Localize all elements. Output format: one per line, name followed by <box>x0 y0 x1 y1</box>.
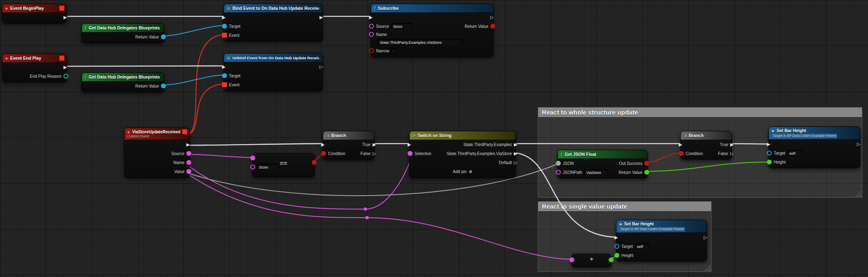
delegate-pin[interactable] <box>59 56 64 61</box>
node-branch-2[interactable]: ⇉ Branch ▶ True ▶ Condition False ▷ <box>680 131 732 160</box>
exec-out-pin[interactable]: ▷ <box>704 235 707 240</box>
false-exec-pin[interactable]: ▷ <box>730 151 734 156</box>
node-get-data-hub-delegates-2[interactable]: ƒ Get Data Hub Delegates Blueprints Retu… <box>82 72 164 92</box>
switch-icon: ⇄ <box>412 133 415 138</box>
delegate-pin[interactable] <box>182 129 187 134</box>
exec-in-pin[interactable]: ▶ <box>321 142 324 147</box>
source-value-input[interactable] <box>391 23 412 30</box>
pin-label-end-play-reason: End Play Reason <box>30 74 61 79</box>
selection-pin[interactable] <box>408 151 412 156</box>
case-label-1: State.ThirdParty.Examples <box>463 142 512 147</box>
function-icon: ƒ <box>374 6 376 11</box>
exec-in-pin[interactable]: ▶ <box>408 142 411 147</box>
narrow-checkbox[interactable] <box>391 48 397 54</box>
node-title-bar: ƒ Get Data Hub Delegates Blueprints <box>82 73 164 81</box>
exec-out-pin[interactable]: ▶ <box>63 15 67 20</box>
name-value-input[interactable] <box>378 39 462 46</box>
end-play-reason-pin[interactable] <box>63 74 68 79</box>
exec-out-pin[interactable]: ▶ <box>63 65 67 70</box>
node-get-data-hub-delegates-1[interactable]: ƒ Get Data Hub Delegates Blueprints Retu… <box>82 23 164 43</box>
delegate-pin[interactable] <box>59 6 64 11</box>
exec-out-pin[interactable]: ▷ <box>490 15 494 20</box>
height-pin[interactable] <box>767 160 772 164</box>
value-out-pin[interactable] <box>186 169 191 174</box>
node-title: Get JSON Float <box>565 152 596 157</box>
false-exec-pin[interactable]: ▷ <box>373 151 376 156</box>
pin-label-return-value: Return Value <box>135 84 159 88</box>
return-value-pin[interactable] <box>161 83 166 88</box>
pin-label-default: Default <box>499 160 512 165</box>
narrow-pin[interactable] <box>369 48 374 53</box>
target-pin[interactable] <box>767 151 772 155</box>
target-pin[interactable] <box>222 24 227 29</box>
reroute-dot[interactable] <box>365 216 369 219</box>
condition-pin[interactable] <box>321 151 326 156</box>
add-pin-button[interactable]: Add pin ⊕ <box>410 167 515 176</box>
jsonpath-value-input[interactable] <box>584 169 608 176</box>
name-pin[interactable] <box>369 32 374 37</box>
node-get-json-float[interactable]: ƒ Get JSON Float JSON Out Success JSONPa… <box>558 150 648 178</box>
node-title-bar: ▦ Unbind Event from On Data Hub Update R… <box>224 54 322 62</box>
node-string-equal[interactable]: == <box>252 153 315 177</box>
node-title: Branch <box>331 133 346 138</box>
node-subtitle: Custom Event <box>127 134 186 139</box>
exec-in-pin[interactable]: ▶ <box>369 15 372 20</box>
node-event-endplay[interactable]: ◈ Event End Play ▶ End Play Reason <box>2 54 67 82</box>
case-1-exec-pin[interactable]: ▶ <box>514 142 517 147</box>
return-value-pin[interactable] <box>161 34 166 39</box>
node-event-beginplay[interactable]: ◈ Event BeginPlay ▶ <box>2 4 67 23</box>
exec-in-pin[interactable]: ▶ <box>679 142 682 147</box>
comment-resize-handle[interactable] <box>855 191 861 197</box>
event-delegate-pin[interactable] <box>222 82 227 87</box>
target-pin[interactable] <box>222 73 227 78</box>
wire-event-to-bind-event <box>185 34 227 135</box>
exec-out-pin[interactable]: ▶ <box>186 142 190 147</box>
default-exec-pin[interactable]: ▷ <box>514 160 517 165</box>
source-pin[interactable] <box>369 24 374 29</box>
pin-label-value: Value <box>174 169 184 174</box>
condition-pin[interactable] <box>679 151 684 156</box>
comment-title[interactable]: React to whole structure update <box>538 108 862 117</box>
blueprint-graph-canvas[interactable]: React to whole structure update React to… <box>0 0 868 277</box>
reroute-dot[interactable] <box>364 207 367 211</box>
target-pin[interactable] <box>614 244 619 249</box>
return-value-pin[interactable] <box>644 170 649 175</box>
pin-label-event: Event <box>229 83 240 87</box>
pin-label-name: Name <box>376 32 387 37</box>
comment-title[interactable]: React to single value update <box>538 202 711 211</box>
exec-out-pin[interactable]: ▷ <box>857 142 860 146</box>
json-pin[interactable] <box>556 161 561 166</box>
return-value-pin[interactable] <box>490 24 495 29</box>
source-out-pin[interactable] <box>186 151 191 156</box>
node-switch-on-string[interactable]: ⇄ Switch on String ▶ State.ThirdParty.Ex… <box>409 131 516 178</box>
exec-in-pin[interactable]: ▶ <box>222 65 225 69</box>
true-exec-pin[interactable]: ▶ <box>730 142 734 147</box>
convert-output-pin[interactable] <box>609 257 614 262</box>
exec-out-pin[interactable]: ▶ <box>320 15 323 20</box>
out-success-pin[interactable] <box>644 161 649 166</box>
target-value-input[interactable] <box>787 150 802 157</box>
node-bind-event[interactable]: ▦ Bind Event to On Data Hub Update Recei… <box>224 4 323 41</box>
exec-in-pin[interactable]: ▶ <box>767 142 770 146</box>
exec-in-pin[interactable]: ▶ <box>222 15 225 20</box>
target-value-input[interactable] <box>635 243 650 250</box>
node-unbind-event[interactable]: ▦ Unbind Event from On Data Hub Update R… <box>224 53 323 91</box>
event-delegate-pin[interactable] <box>222 33 227 38</box>
exec-in-pin[interactable]: ▶ <box>614 235 618 240</box>
true-exec-pin[interactable]: ▶ <box>373 142 376 147</box>
height-pin[interactable] <box>614 253 619 258</box>
equal-result-pin[interactable] <box>312 160 317 165</box>
node-viastore-update-received[interactable]: ◈ ViaStoreUpdateReceived Custom Event ▶ … <box>124 128 190 178</box>
pin-label-selection: Selection <box>415 151 431 156</box>
name-out-pin[interactable] <box>186 160 191 165</box>
node-set-bar-height-1[interactable]: ◈ Set Bar Height Target is BP Data Gette… <box>768 126 860 168</box>
case-2-exec-pin[interactable]: ▶ <box>514 151 517 156</box>
comment-resize-handle[interactable] <box>705 265 711 271</box>
exec-out-pin[interactable]: ▷ <box>320 65 323 69</box>
node-subscribe[interactable]: ƒ Subscribe ▶ ▷ Source Return Value Name… <box>371 4 494 57</box>
jsonpath-pin[interactable] <box>556 170 561 175</box>
pin-label-condition: Condition <box>328 151 345 156</box>
node-to-float-conversion[interactable]: ∗ <box>571 254 612 267</box>
node-branch-1[interactable]: ⇉ Branch ▶ True ▶ Condition False ▷ <box>323 131 374 160</box>
node-set-bar-height-2[interactable]: ◈ Set Bar Height Target is BP Data Gette… <box>616 220 707 261</box>
